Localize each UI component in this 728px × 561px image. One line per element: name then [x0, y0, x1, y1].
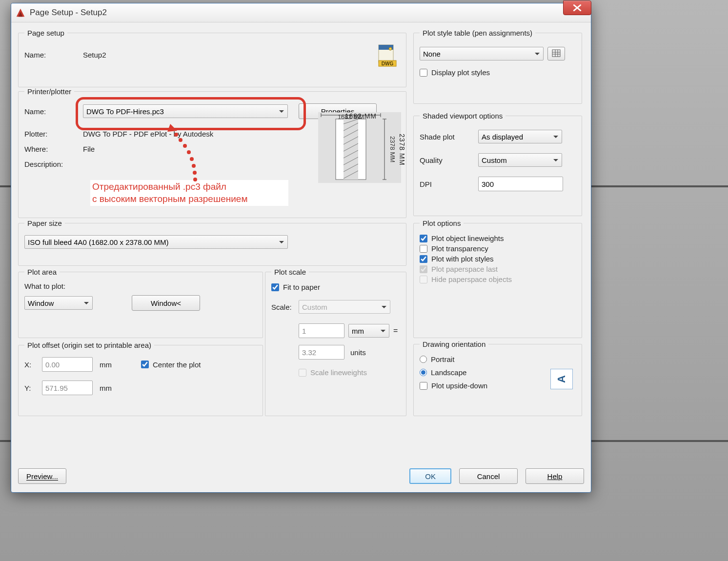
printer-name-label: Name: — [24, 107, 83, 116]
ok-button[interactable]: OK — [409, 468, 451, 484]
opt-hide-checkbox — [420, 276, 427, 283]
scale-label: Scale: — [271, 303, 299, 311]
preview-button[interactable]: Preview... — [18, 468, 66, 484]
legend-shaded: Shaded viewport options — [420, 112, 506, 120]
landscape-label: Landscape — [431, 368, 466, 377]
annotation-highlight — [76, 97, 306, 130]
dialog-window: Page Setup - Setup2 Page setup Name: Set… — [11, 3, 591, 493]
svg-point-4 — [389, 47, 392, 50]
legend-printer: Printer/plotter — [24, 87, 74, 96]
display-plot-styles-checkbox[interactable] — [420, 69, 427, 77]
landscape-radio[interactable] — [420, 369, 427, 376]
group-plot-area: Plot area What to plot: Window Window< — [18, 268, 263, 338]
window-title: Page Setup - Setup2 — [30, 8, 107, 18]
legend-plot-options: Plot options — [420, 219, 464, 227]
window-pick-button[interactable]: Window< — [132, 295, 200, 311]
upside-down-label: Plot upside-down — [431, 381, 487, 390]
group-plot-style: Plot style table (pen assignments) None … — [413, 29, 582, 104]
legend-orientation: Drawing orientation — [420, 340, 488, 348]
legend-plot-scale: Plot scale — [271, 268, 309, 276]
group-shaded-viewport: Shaded viewport options Shade plot As di… — [413, 112, 582, 216]
opt-lineweights-checkbox[interactable] — [420, 235, 427, 242]
legend-page-setup: Page setup — [24, 29, 67, 37]
dpi-input[interactable] — [478, 177, 563, 191]
page-setup-name-label: Name: — [24, 51, 83, 59]
center-plot-checkbox[interactable] — [141, 361, 149, 368]
preview-width-label: 1682 MM — [345, 112, 377, 120]
offset-y-label: Y: — [24, 384, 42, 392]
page-setup-name-value: Setup2 — [83, 51, 106, 59]
scale-units-label: units — [350, 348, 366, 357]
titlebar[interactable]: Page Setup - Setup2 — [11, 3, 591, 22]
close-button[interactable] — [563, 0, 591, 15]
description-label: Description: — [24, 160, 83, 168]
opt-plotstyles-label: Plot with plot styles — [431, 255, 494, 263]
orientation-icon: A — [550, 369, 573, 389]
group-plot-offset: Plot offset (origin set to printable are… — [18, 341, 263, 416]
opt-plotstyles-checkbox[interactable] — [420, 255, 427, 263]
legend-paper-size: Paper size — [24, 219, 65, 227]
help-button[interactable]: Help — [526, 468, 584, 484]
scale-lineweights-label: Scale lineweights — [310, 368, 367, 377]
group-plot-scale: Plot scale Fit to paper Scale: Custom mm… — [265, 268, 406, 416]
offset-x-input[interactable] — [42, 357, 93, 372]
offset-y-unit: mm — [100, 384, 112, 392]
plotter-label: Plotter: — [24, 130, 83, 138]
offset-x-unit: mm — [100, 361, 112, 369]
group-paper-size: Paper size ISO full bleed 4A0 (1682.00 x… — [18, 219, 406, 266]
opt-transparency-checkbox[interactable] — [420, 245, 427, 253]
opt-lineweights-label: Plot object lineweights — [431, 234, 504, 242]
quality-label: Quality — [420, 156, 478, 164]
quality-select[interactable]: Custom — [478, 153, 562, 167]
center-plot-label: Center the plot — [153, 361, 201, 369]
opt-paperspace-checkbox — [420, 265, 427, 273]
group-page-setup: Page setup Name: Setup2 DWG — [18, 29, 406, 87]
legend-plot-area: Plot area — [24, 268, 60, 276]
cancel-button[interactable]: Cancel — [459, 468, 518, 484]
offset-y-input[interactable] — [42, 381, 93, 395]
dwg-icon: DWG — [376, 44, 399, 67]
plot-style-select[interactable]: None — [420, 47, 544, 60]
paper-preview: 1682 MM 2378 MM — [318, 112, 401, 183]
svg-text:2378 MM: 2378 MM — [389, 136, 396, 162]
legend-plot-offset: Plot offset (origin set to printable are… — [24, 341, 154, 349]
group-plot-options: Plot options Plot object lineweights Plo… — [413, 219, 582, 338]
what-to-plot-label: What to plot: — [24, 282, 257, 290]
svg-rect-36 — [552, 50, 560, 57]
preview-height-label: 2378 MM — [398, 134, 406, 165]
close-icon — [573, 4, 582, 11]
paper-size-select[interactable]: ISO full bleed 4A0 (1682.00 x 2378.00 MM… — [24, 235, 288, 249]
opt-transparency-label: Plot transparency — [431, 244, 488, 253]
opt-paperspace-label: Plot paperspace last — [431, 265, 498, 273]
upside-down-checkbox[interactable] — [420, 382, 427, 390]
scale-select: Custom — [299, 300, 390, 314]
portrait-label: Portrait — [431, 355, 454, 363]
scale-numerator-input — [299, 323, 344, 338]
what-to-plot-select[interactable]: Window — [24, 296, 93, 310]
dpi-label: DPI — [420, 180, 478, 188]
fit-to-paper-checkbox[interactable] — [271, 283, 279, 291]
scale-denominator-input — [299, 345, 344, 360]
annotation-text: Отредактированный .pc3 файл с высоким ве… — [90, 180, 288, 206]
fit-to-paper-label: Fit to paper — [283, 283, 320, 291]
shade-plot-label: Shade plot — [420, 133, 478, 141]
where-label: Where: — [24, 145, 83, 153]
offset-x-label: X: — [24, 361, 42, 369]
equals-sign: = — [393, 326, 398, 335]
group-orientation: Drawing orientation Portrait Landscape P… — [413, 340, 582, 416]
portrait-radio[interactable] — [420, 356, 427, 363]
plot-style-edit-button[interactable] — [547, 47, 565, 60]
svg-text:DWG: DWG — [382, 61, 394, 66]
plotter-value: DWG To PDF - PDF ePlot - by Autodesk — [83, 130, 213, 138]
scale-unit-select[interactable]: mm — [348, 324, 389, 338]
display-plot-styles-label: Display plot styles — [431, 68, 490, 77]
legend-plot-style: Plot style table (pen assignments) — [420, 29, 535, 37]
table-icon — [552, 49, 561, 57]
app-icon — [15, 7, 26, 18]
scale-lineweights-checkbox — [299, 369, 306, 377]
shade-plot-select[interactable]: As displayed — [478, 130, 562, 143]
where-value: File — [83, 145, 95, 153]
opt-hide-label: Hide paperspace objects — [431, 275, 512, 283]
